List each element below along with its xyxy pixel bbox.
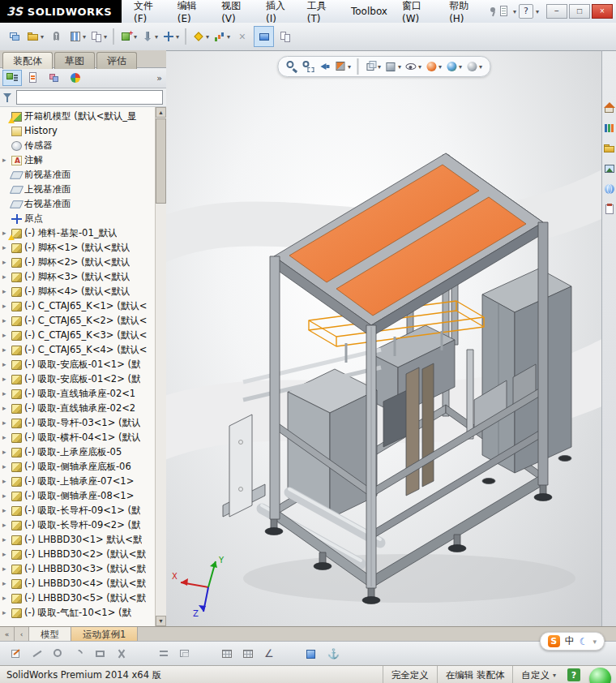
expander-icon[interactable] xyxy=(2,415,9,430)
tree-item[interactable]: (-) 吸取-导杆-03<1> (默认 xyxy=(0,415,156,430)
tree-item[interactable]: (-) LHBBD30<2> (默认<默 xyxy=(0,547,156,561)
document-tab[interactable]: 模型 xyxy=(29,627,71,642)
zoom-fit-icon[interactable] xyxy=(284,58,299,75)
pin-icon[interactable] xyxy=(489,6,498,16)
status-custom-dropdown[interactable]: 自定义 ▾ xyxy=(512,666,564,683)
toolbar-button[interactable] xyxy=(185,28,186,45)
ime-mode-indicator[interactable]: 中 xyxy=(565,634,575,648)
reference-geometry-icon[interactable] xyxy=(212,26,232,47)
display-manager-tab-icon[interactable] xyxy=(66,70,85,86)
expander-icon[interactable] xyxy=(2,576,9,591)
view-settings-icon[interactable] xyxy=(464,58,483,75)
tree-item[interactable]: (-) LHBBD30<4> (默认<默 xyxy=(0,576,156,591)
resources-home-icon[interactable] xyxy=(603,101,616,114)
view-toolbar-button[interactable] xyxy=(357,58,358,75)
assembly-features-icon[interactable] xyxy=(190,26,211,47)
circle-icon[interactable] xyxy=(49,644,68,664)
custom-properties-icon[interactable] xyxy=(603,203,616,216)
linear-component-pattern-icon[interactable] xyxy=(67,26,88,47)
rectangle-icon[interactable] xyxy=(91,644,110,664)
expander-icon[interactable] xyxy=(2,459,9,474)
preview-windows-icon[interactable] xyxy=(88,26,109,47)
tab-scroll-first-icon[interactable]: « xyxy=(0,627,15,642)
edit-appearance-icon[interactable] xyxy=(424,58,443,75)
expander-icon[interactable] xyxy=(2,240,9,255)
hide-show-items-icon[interactable] xyxy=(404,58,422,75)
tree-item[interactable]: History xyxy=(0,123,156,138)
tree-item[interactable]: (-) 吸取-安底板-01<2> (默 xyxy=(0,372,156,386)
large-design-review-icon[interactable] xyxy=(254,26,274,47)
section-view-icon[interactable] xyxy=(333,58,352,75)
expander-icon[interactable] xyxy=(2,445,9,459)
document-tab[interactable]: 运动算例1 xyxy=(71,627,138,642)
view-orientation-icon[interactable] xyxy=(363,58,382,75)
bill-of-materials-icon[interactable] xyxy=(233,26,253,47)
display-style-icon[interactable] xyxy=(383,58,402,75)
tree-filter-input[interactable] xyxy=(16,90,163,105)
line-icon[interactable] xyxy=(28,644,47,664)
ime-fullhalf-icon[interactable] xyxy=(580,636,588,647)
move-component-icon[interactable] xyxy=(160,26,181,47)
ime-logo[interactable]: S xyxy=(548,635,560,647)
tree-item[interactable]: (-) 脚杯<3> (默认<默认 xyxy=(0,269,156,284)
panel-expand-chevron[interactable]: » xyxy=(156,73,164,84)
chevron-down-icon[interactable]: ▾ xyxy=(536,8,539,15)
configuration-manager-tab-icon[interactable] xyxy=(45,70,64,86)
tree-scrollbar[interactable]: ▲ ▼ xyxy=(155,107,166,626)
tree-item[interactable]: (-) 吸取-气缸-10<1> (默 xyxy=(0,605,156,620)
tree-item[interactable]: (-) 吸取-上轴承座-07<1> xyxy=(0,474,156,488)
expander-icon[interactable] xyxy=(2,547,9,561)
expander-icon[interactable] xyxy=(2,474,9,488)
tree-item[interactable]: (-) 堆料-基架-01_默认 xyxy=(0,226,156,240)
expander-icon[interactable] xyxy=(2,255,9,269)
property-manager-tab-icon[interactable] xyxy=(24,70,43,86)
tree-item[interactable]: (-) 吸取-直线轴承座-02<1 xyxy=(0,386,156,401)
filter-icon[interactable] xyxy=(3,92,13,102)
minimize-button[interactable]: − xyxy=(546,4,567,19)
edit-component-icon[interactable] xyxy=(4,26,24,47)
expander-icon[interactable] xyxy=(2,488,9,503)
sketch-icon[interactable] xyxy=(6,644,26,664)
tree-item[interactable]: (-) 脚杯<1> (默认<默认 xyxy=(0,240,156,255)
tree-item[interactable]: 传感器 xyxy=(0,138,156,152)
file-explorer-icon[interactable] xyxy=(603,142,616,155)
tree-item[interactable]: 右视基准面 xyxy=(0,196,156,211)
expander-icon[interactable] xyxy=(2,328,9,342)
tree-item[interactable]: (-) C_CTAJ65_K<2> (默认< xyxy=(0,313,156,328)
previous-view-icon[interactable] xyxy=(317,58,332,75)
tree-item[interactable]: (-) 脚杯<2> (默认<默认 xyxy=(0,255,156,269)
tree-item[interactable]: 前视基准面 xyxy=(0,167,156,182)
expander-icon[interactable] xyxy=(2,342,9,357)
tree-item[interactable]: (-) 脚杯<4> (默认<默认 xyxy=(0,284,156,299)
sketch-tool-button[interactable] xyxy=(199,646,212,662)
command-tab[interactable]: 草图 xyxy=(54,52,95,69)
scrollbar-thumb[interactable] xyxy=(156,118,166,204)
expander-icon[interactable] xyxy=(2,313,9,328)
command-tab[interactable]: 评估 xyxy=(96,52,137,69)
tree-item[interactable]: (-) 吸取-直线轴承座-02<2 xyxy=(0,401,156,415)
expander-icon[interactable] xyxy=(2,401,9,415)
trim-entities-icon[interactable] xyxy=(112,644,131,664)
expander-icon[interactable] xyxy=(2,430,9,445)
tab-scroll-back-icon[interactable]: ‹ xyxy=(15,627,29,642)
isometric-view-icon[interactable] xyxy=(302,644,321,664)
expander-icon[interactable] xyxy=(2,591,9,605)
open-document-icon[interactable] xyxy=(25,26,45,47)
grid-icon[interactable] xyxy=(217,644,237,664)
graphics-viewport[interactable]: X Y Z xyxy=(166,50,601,626)
feature-manager-tab-icon[interactable] xyxy=(2,70,22,86)
sketch-tool-button[interactable] xyxy=(136,646,149,662)
tree-item[interactable]: 原点 xyxy=(0,211,156,226)
arc-icon[interactable] xyxy=(70,644,89,664)
tree-item[interactable]: (-) 吸取-长导杆-09<1> (默 xyxy=(0,503,156,518)
tree-item[interactable]: (-) LHBBD30<5> (默认<默 xyxy=(0,591,156,605)
expander-icon[interactable] xyxy=(2,532,9,547)
angle-snap-icon[interactable] xyxy=(259,644,279,664)
view-palette-icon[interactable] xyxy=(603,162,616,175)
scroll-up-button[interactable]: ▲ xyxy=(156,107,166,118)
status-help-button[interactable]: ? xyxy=(567,668,580,681)
tree-item[interactable]: 开箱机模型 (默认<默认_显 xyxy=(0,109,156,123)
sketch-pattern-icon[interactable] xyxy=(238,644,258,664)
tree-item[interactable]: (-) C_CTAJ65_K<1> (默认< xyxy=(0,299,156,313)
smart-fasteners-icon[interactable] xyxy=(139,26,160,47)
